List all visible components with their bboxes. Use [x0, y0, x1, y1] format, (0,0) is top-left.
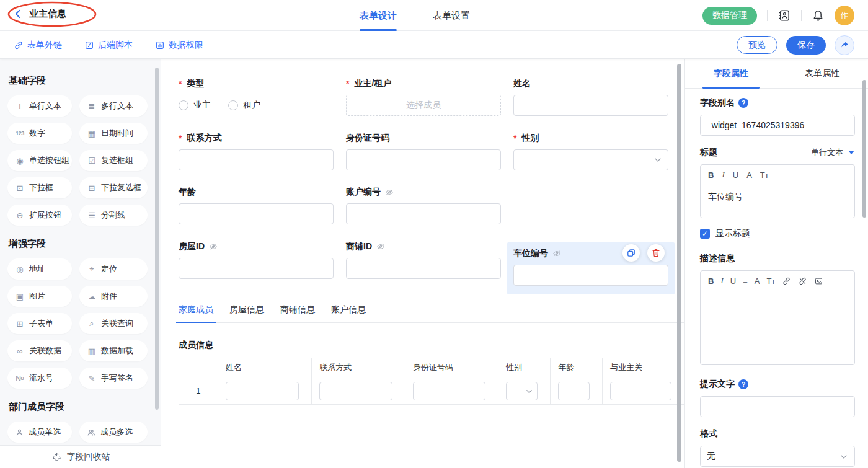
description-editor-content[interactable] [701, 291, 854, 364]
field-pill-address[interactable]: ◎地址 [7, 258, 72, 280]
alias-input[interactable] [700, 115, 855, 136]
field-pill-serial-number[interactable]: №流水号 [7, 368, 72, 389]
tab-family-members[interactable]: 家庭成员 [179, 303, 213, 323]
data-manage-button[interactable]: 数据管理 [702, 7, 757, 25]
tab-house-info[interactable]: 房屋信息 [229, 303, 264, 323]
font-size-button[interactable]: Tт [760, 170, 769, 180]
title-editor-content[interactable]: 车位编号 [701, 185, 854, 218]
tab-field-properties[interactable]: 字段属性 [685, 59, 777, 88]
name-input[interactable] [513, 95, 668, 116]
widget-type-dropdown[interactable]: 单行文本 [811, 147, 854, 158]
field-pill-attachment[interactable]: ☁附件 [79, 286, 148, 307]
field-pill-single-line-text[interactable]: T单行文本 [7, 95, 72, 117]
field-pill-subform[interactable]: ⊞子表单 [7, 313, 72, 334]
cell-age-input[interactable] [558, 382, 590, 400]
italic-button[interactable]: I [722, 170, 724, 180]
tab-form-design[interactable]: 表单设计 [360, 0, 397, 31]
field-pill-multi-dropdown[interactable]: ⊟下拉复选框 [79, 177, 148, 198]
sidebar-scrollbar[interactable] [155, 68, 159, 410]
canvas-scrollbar[interactable] [677, 64, 681, 462]
field-pill-datetime[interactable]: ▦日期时间 [79, 123, 148, 144]
user-avatar[interactable]: 作 [835, 6, 854, 25]
cell-contact-input[interactable] [319, 382, 392, 400]
idcard-input[interactable] [346, 149, 501, 170]
field-type[interactable]: 类型 业主 租户 [179, 78, 334, 116]
preview-button[interactable]: 预览 [737, 36, 777, 54]
radio-circle[interactable] [228, 100, 238, 110]
tab-shop-info[interactable]: 商铺信息 [280, 303, 315, 323]
font-size-button[interactable]: Tт [766, 276, 775, 286]
field-contact[interactable]: 联系方式 [179, 133, 334, 170]
cell-gender-select[interactable] [506, 382, 538, 400]
age-input[interactable] [179, 203, 334, 224]
delete-field-button[interactable] [647, 244, 665, 262]
show-title-checkbox-row[interactable]: ✓ 显示标题 [700, 228, 854, 239]
notification-bell-icon[interactable] [812, 9, 825, 22]
checkbox-checked-icon[interactable]: ✓ [700, 229, 710, 239]
field-pill-radio-group[interactable]: ◉单选按钮组 [7, 150, 72, 171]
field-gender[interactable]: 性别 [513, 133, 668, 170]
field-account[interactable]: 账户编号 [346, 187, 501, 224]
field-pill-signature[interactable]: ✎手写签名 [79, 368, 148, 389]
field-pill-location[interactable]: ⌖定位 [79, 258, 148, 280]
tab-form-properties[interactable]: 表单属性 [777, 59, 868, 88]
radio-circle[interactable] [179, 100, 188, 110]
copy-field-button[interactable] [622, 244, 640, 262]
field-pill-member-multi[interactable]: 成员多选 [79, 422, 148, 443]
backend-script-action[interactable]: 后端脚本 [84, 40, 133, 51]
save-button[interactable]: 保存 [786, 36, 826, 55]
radio-option-owner[interactable]: 业主 [179, 100, 211, 111]
field-pill-image[interactable]: ▣图片 [7, 286, 72, 307]
font-color-button[interactable]: A [755, 276, 760, 286]
selected-field-parking[interactable]: 车位编号 [507, 242, 675, 294]
external-link-action[interactable]: 表单外链 [14, 40, 62, 51]
bold-button[interactable]: B [708, 276, 714, 286]
contact-input[interactable] [179, 149, 334, 170]
cell-idcard-input[interactable] [413, 382, 485, 400]
data-permission-action[interactable]: 数据权限 [155, 40, 203, 51]
panel-scrollbar[interactable] [862, 80, 866, 218]
field-pill-data-load[interactable]: ▥数据加载 [79, 340, 148, 361]
field-pill-member-single[interactable]: 成员单选 [7, 422, 72, 443]
insert-link-icon[interactable] [782, 276, 791, 286]
bold-button[interactable]: B [708, 170, 714, 180]
cell-name-input[interactable] [226, 382, 299, 400]
format-select[interactable]: 无 [700, 446, 855, 467]
member-picker[interactable]: 选择成员 [346, 95, 501, 116]
gender-select[interactable] [513, 149, 668, 170]
radio-option-tenant[interactable]: 租户 [228, 100, 260, 111]
house-id-input[interactable] [179, 258, 334, 279]
remove-link-icon[interactable] [798, 276, 807, 286]
align-button[interactable]: ≡ [743, 276, 748, 286]
insert-image-icon[interactable] [814, 276, 823, 286]
field-pill-number[interactable]: 123数字 [7, 123, 72, 144]
italic-button[interactable]: I [720, 276, 723, 286]
back-button[interactable]: 业主信息 [14, 8, 66, 20]
field-name[interactable]: 姓名 [513, 78, 668, 116]
account-input[interactable] [346, 203, 501, 224]
cell-relation-input[interactable] [610, 382, 671, 400]
field-pill-checkbox-group[interactable]: ☑复选框组 [79, 150, 148, 171]
contacts-book-icon[interactable] [777, 9, 791, 22]
field-recycle-bin[interactable]: 字段回收站 [0, 445, 161, 468]
tab-form-settings[interactable]: 表单设置 [433, 0, 470, 31]
help-icon[interactable]: ? [738, 98, 748, 108]
tab-account-info[interactable]: 账户信息 [331, 303, 366, 323]
share-button[interactable] [835, 35, 854, 55]
field-pill-linked-query[interactable]: ⌕关联查询 [79, 313, 148, 334]
field-age[interactable]: 年龄 [179, 187, 334, 224]
field-idcard[interactable]: 身份证号码 [346, 133, 501, 170]
field-pill-dropdown[interactable]: ⊡下拉框 [7, 177, 72, 198]
help-icon[interactable]: ? [738, 379, 748, 389]
font-color-button[interactable]: A [746, 170, 752, 180]
parking-input[interactable] [513, 265, 668, 286]
field-pill-multi-line-text[interactable]: ≣多行文本 [79, 95, 148, 117]
shop-id-input[interactable] [346, 258, 501, 279]
underline-button[interactable]: U [730, 276, 736, 286]
field-pill-linked-data[interactable]: ∞关联数据 [7, 340, 72, 361]
field-shop-id[interactable]: 商铺ID [346, 241, 501, 279]
field-owner-tenant[interactable]: 业主/租户 选择成员 [346, 78, 501, 116]
field-pill-divider[interactable]: ☰分割线 [79, 205, 148, 226]
field-pill-extend-button[interactable]: ⊖扩展按钮 [7, 205, 72, 226]
hint-input[interactable] [700, 396, 855, 417]
